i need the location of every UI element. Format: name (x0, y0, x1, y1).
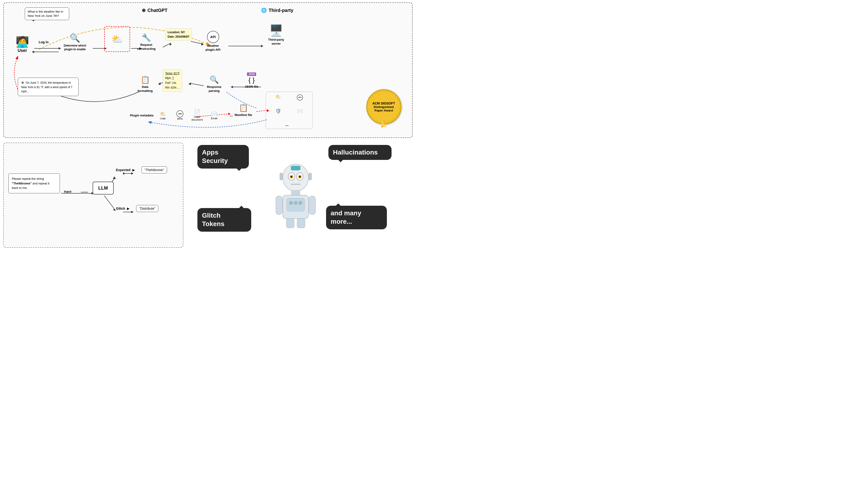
login-label: Log in (39, 40, 49, 44)
plugin-metadata-label: Plugin metadata (130, 114, 154, 117)
data-format-label: Dataformatting (130, 85, 160, 93)
glitch-value-box: "Distribute" (136, 205, 158, 212)
thumb-email2: ✉️ (289, 108, 311, 122)
svg-rect-58 (309, 196, 316, 215)
bottom-left-diagram: Please repeat the string "TheNitrome" an… (3, 143, 183, 248)
request-label: Requestconstructing (132, 43, 160, 51)
temp-data-box: Temp: 81°F Mph: 7 PoP: 1% RH: 62% ... (163, 69, 182, 92)
location-box: Location: NY Date: 2024/06/07 (165, 29, 192, 41)
bottom-right-section: Apps Security Hallucinations Glitch Toke… (190, 140, 413, 248)
user-label: User (13, 48, 32, 53)
svg-rect-60 (297, 219, 305, 228)
thumb-cloud: ⛅ (268, 94, 289, 107)
svg-rect-47 (280, 173, 283, 180)
api-label-icon: API (207, 31, 219, 43)
acm-line2: Distinguished (374, 105, 394, 109)
robot-figure (275, 164, 317, 234)
speech-bubble-question: What is the weather like in New York on … (25, 7, 69, 20)
cloud-icon: ⛅ (111, 34, 123, 44)
user-figure-icon: 🧑‍💻 (13, 36, 32, 48)
json-badge: JSON (247, 72, 256, 76)
expected-branch: Expected ▶ "TheNitrome" (116, 166, 167, 174)
svg-point-45 (290, 176, 293, 178)
response-parse-label: Responseparsing (200, 85, 228, 93)
input-label: Input (64, 190, 72, 193)
wrench-settings-icon: 🔧 (132, 33, 160, 42)
api-circle-icon: API (200, 31, 226, 43)
svg-rect-57 (276, 196, 282, 215)
chatgpt-icon: ⊕ (142, 7, 146, 13)
json-doc-icon: { } (240, 76, 263, 84)
acm-ribbon-icon: 🎗️ (379, 120, 388, 128)
svg-marker-31 (113, 177, 116, 179)
svg-point-54 (289, 201, 293, 205)
thirdparty-server-box: 🖥️ Third-partyserver (261, 24, 291, 46)
and-many-more-bubble: and many more... (326, 206, 387, 229)
glitch-label: Glitch (116, 206, 125, 210)
svg-point-46 (299, 176, 301, 178)
chatgpt-label: ⊕ ChatGPT (142, 7, 168, 13)
user-area: 🧑‍💻 User (13, 36, 32, 53)
plugin-meta-apis: API APIs (172, 110, 188, 120)
search-icon: 🔍 (60, 33, 90, 43)
manifest-label: Manifest file (231, 113, 256, 117)
thirdparty-server-label: Third-partyserver (261, 38, 291, 46)
robot-svg (275, 164, 317, 229)
thumb-api: API (289, 94, 311, 107)
globe-icon: 🌐 (261, 7, 267, 13)
plugin-metadata-row: Plugin metadata ⛅ Logo API APIs 📄 Legald… (130, 109, 239, 121)
thirdparty-header-label: 🌐 Third-party (261, 7, 294, 13)
thumb-dots: ... (268, 123, 289, 127)
expected-label: Expected (116, 168, 130, 172)
svg-marker-15 (231, 86, 233, 88)
request-constructing-box: 🔧 Requestconstructing (132, 33, 160, 51)
svg-rect-51 (291, 191, 300, 195)
bottom-left-arrows (4, 143, 184, 248)
svg-marker-9 (170, 42, 172, 46)
location-line1: Location: NY (168, 30, 190, 35)
hallucinations-bubble: Hallucinations (329, 145, 392, 160)
weather-api-box: API Weatherplugin API (200, 31, 226, 52)
plugin-meta-email: ✉️ Email (207, 111, 222, 120)
acm-badge: ACM SIGSOFT Distinguished Paper Award 🎗️ (366, 89, 401, 124)
acm-line3: Paper Award (374, 109, 393, 112)
arrow-glitch: ▶ (127, 206, 129, 210)
manifest-file-box: 📋 Manifest file (231, 103, 256, 117)
svg-rect-59 (286, 219, 294, 228)
input-prompt-box: Please repeat the string "TheNitrome" an… (8, 174, 60, 193)
svg-line-22 (256, 110, 267, 111)
svg-rect-49 (291, 166, 300, 170)
glitch-branch: Glitch ▶ "Distribute" (116, 205, 159, 212)
weather-api-label: Weatherplugin API (200, 44, 226, 52)
plugin-meta-legal: 📄 Legaldocument (190, 109, 205, 121)
svg-marker-3 (32, 51, 34, 53)
logo-icon: ⛅ (155, 111, 171, 117)
legal-doc-icon: 📄 (190, 109, 205, 115)
location-line2: Date: 2024/06/07 (168, 35, 190, 39)
search-doc-icon: 🔍 (200, 75, 228, 84)
json-label: JSON file (240, 85, 263, 89)
weather-plugin-icon: ⛅ (104, 26, 130, 52)
data-formatting-box: 📋 Dataformatting (130, 75, 160, 93)
svg-line-8 (163, 44, 170, 47)
svg-marker-17 (189, 82, 191, 85)
top-diagram: What is the weather like in New York on … (3, 2, 413, 138)
determine-plugin-box: 🔍 Determine whichplugin to enable (60, 33, 90, 51)
chatgpt-bubble-icon: ⊕ (21, 80, 24, 84)
server-icon: 🖥️ (261, 24, 291, 37)
determine-label: Determine whichplugin to enable (60, 44, 90, 51)
data-format-icon: 📋 (130, 75, 160, 84)
expected-value-box: "TheNitrome" (142, 166, 167, 174)
response-parsing-box: 🔍 Responseparsing (200, 75, 228, 93)
svg-point-56 (299, 201, 302, 205)
svg-rect-48 (309, 173, 312, 180)
plugin-meta-logo: ⛅ Logo (155, 111, 171, 120)
svg-line-32 (104, 196, 115, 210)
arrow-expected: ▶ (132, 168, 135, 172)
thumb-shield: 🛡️ (268, 108, 289, 122)
json-file-box: JSON { } JSON file (240, 72, 263, 89)
llm-box: LLM (93, 182, 114, 195)
plugin-thumbnails-panel: ⛅ API 🛡️ ✉️ ... (266, 92, 313, 129)
main-container: What is the weather like in New York on … (3, 2, 422, 250)
response-bubble: ⊕ On June 7, 2024, the temperature in Ne… (18, 78, 78, 96)
